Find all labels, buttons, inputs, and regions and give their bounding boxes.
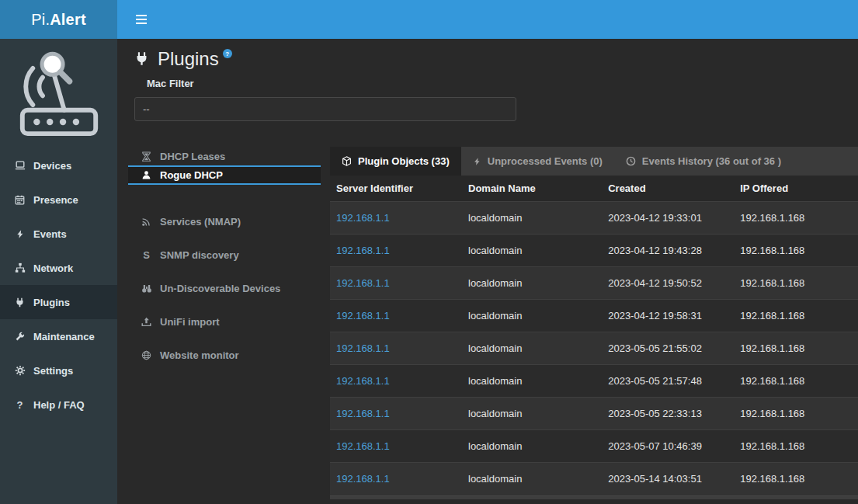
plugin-nav-item-website-monitor[interactable]: Website monitor bbox=[128, 339, 321, 372]
tab-unprocessed-events[interactable]: Unprocessed Events (0) bbox=[461, 147, 614, 176]
cell-domain-name: localdomain bbox=[462, 430, 602, 463]
sidebar-item-settings[interactable]: Settings bbox=[0, 353, 117, 388]
server-identifier-link[interactable]: 192.168.1.1 bbox=[336, 277, 390, 289]
plugin-panel: Plugin Objects (33) Unprocessed Events (… bbox=[330, 147, 858, 504]
cell-created: 2023-05-05 21:55:02 bbox=[602, 332, 734, 365]
page-header: Plugins ? bbox=[128, 47, 858, 71]
cell-ip-offered: 192.168.1.168 bbox=[734, 332, 858, 365]
table-row: 192.168.1.1 localdomain 2023-04-12 19:33… bbox=[330, 202, 858, 235]
plugin-nav-item-undiscoverable-devices[interactable]: Un-Discoverable Devices bbox=[128, 272, 321, 305]
plugin-objects-table: Server Identifier Domain Name Created IP… bbox=[330, 176, 858, 495]
cell-ip-offered: 192.168.1.168 bbox=[734, 398, 858, 430]
table-bottom-strip bbox=[330, 495, 858, 499]
table-row: 192.168.1.1 localdomain 2023-04-12 19:43… bbox=[330, 235, 858, 267]
server-identifier-link[interactable]: 192.168.1.1 bbox=[336, 375, 390, 387]
server-identifier-link[interactable]: 192.168.1.1 bbox=[336, 212, 390, 224]
tab-label: Unprocessed Events (0) bbox=[488, 155, 603, 167]
plugin-nav-label: DHCP Leases bbox=[160, 151, 225, 162]
cell-created: 2023-05-05 21:57:48 bbox=[602, 365, 734, 398]
tab-label: Events History (36 out of 36 ) bbox=[642, 155, 781, 167]
plugin-nav-item-dhcp-leases[interactable]: DHCP Leases bbox=[128, 147, 321, 167]
sidebar-item-label: Network bbox=[33, 262, 73, 274]
clock-icon bbox=[626, 156, 636, 166]
table-row: 192.168.1.1 localdomain 2023-04-12 19:50… bbox=[330, 267, 858, 300]
globe-icon bbox=[141, 350, 152, 360]
sidebar-item-devices[interactable]: Devices bbox=[0, 148, 117, 182]
plugin-nav-item-snmp-discovery[interactable]: S SNMP discovery bbox=[128, 238, 321, 272]
signal-icon bbox=[141, 217, 152, 227]
cell-created: 2023-05-05 22:33:13 bbox=[602, 398, 734, 430]
plugin-nav-label: Services (NMAP) bbox=[160, 216, 241, 228]
sidebar-item-plugins[interactable]: Plugins bbox=[0, 285, 117, 319]
cell-ip-offered: 192.168.1.168 bbox=[734, 430, 858, 463]
sidebar-item-label: Events bbox=[33, 228, 67, 240]
help-badge[interactable]: ? bbox=[223, 49, 232, 58]
letter-s-icon: S bbox=[141, 249, 152, 261]
upload-icon bbox=[141, 317, 152, 327]
devices-icon bbox=[13, 160, 26, 171]
mac-filter-label: Mac Filter bbox=[147, 78, 858, 89]
tab-label: Plugin Objects (33) bbox=[358, 155, 450, 167]
brand-logo[interactable]: Pi.Alert bbox=[0, 0, 117, 39]
column-header-domain-name[interactable]: Domain Name bbox=[462, 176, 602, 202]
tab-plugin-objects[interactable]: Plugin Objects (33) bbox=[330, 147, 461, 176]
brand-prefix: Pi. bbox=[31, 11, 50, 29]
network-sitemap-icon bbox=[13, 262, 26, 273]
plugin-nav-item-unifi-import[interactable]: UniFi import bbox=[128, 305, 321, 339]
server-identifier-link[interactable]: 192.168.1.1 bbox=[336, 408, 390, 419]
user-icon bbox=[141, 170, 152, 180]
tab-events-history[interactable]: Events History (36 out of 36 ) bbox=[614, 147, 793, 176]
server-identifier-link[interactable]: 192.168.1.1 bbox=[336, 310, 390, 322]
cell-ip-offered: 192.168.1.168 bbox=[734, 202, 858, 235]
server-identifier-link[interactable]: 192.168.1.1 bbox=[336, 473, 390, 485]
table-row: 192.168.1.1 localdomain 2023-05-05 21:57… bbox=[330, 365, 858, 398]
cell-domain-name: localdomain bbox=[462, 463, 602, 495]
plugin-nav-item-rogue-dhcp[interactable]: Rogue DHCP bbox=[128, 167, 321, 185]
cell-domain-name: localdomain bbox=[462, 332, 602, 365]
server-identifier-link[interactable]: 192.168.1.1 bbox=[336, 342, 390, 354]
hamburger-icon bbox=[135, 14, 148, 25]
pialert-logo bbox=[0, 39, 117, 148]
events-bolt-icon bbox=[13, 229, 26, 239]
cell-domain-name: localdomain bbox=[462, 267, 602, 300]
cell-created: 2023-04-12 19:43:28 bbox=[602, 235, 734, 267]
sidebar-item-label: Devices bbox=[33, 160, 71, 172]
table-row: 192.168.1.1 localdomain 2023-05-05 21:55… bbox=[330, 332, 858, 365]
sidebar-item-label: Maintenance bbox=[33, 331, 95, 342]
binoculars-icon bbox=[141, 283, 152, 294]
mac-filter: Mac Filter -- bbox=[128, 78, 858, 121]
mac-filter-select[interactable]: -- bbox=[134, 97, 516, 121]
main-content: Plugins ? Mac Filter -- DHCP Leases bbox=[117, 39, 858, 504]
column-header-created[interactable]: Created bbox=[602, 176, 734, 202]
cell-domain-name: localdomain bbox=[462, 398, 602, 430]
tabstrip: Plugin Objects (33) Unprocessed Events (… bbox=[330, 147, 858, 176]
column-header-ip-offered[interactable]: IP Offered bbox=[734, 176, 858, 202]
sidebar-item-help-faq[interactable]: ? Help / FAQ bbox=[0, 388, 117, 422]
sidebar-item-network[interactable]: Network bbox=[0, 251, 117, 285]
sidebar-toggle-button[interactable] bbox=[129, 8, 154, 31]
table-header-row: Server Identifier Domain Name Created IP… bbox=[330, 176, 858, 202]
cell-domain-name: localdomain bbox=[462, 365, 602, 398]
cell-ip-offered: 192.168.1.168 bbox=[734, 300, 858, 332]
plugin-nav-label: Rogue DHCP bbox=[160, 169, 223, 181]
server-identifier-link[interactable]: 192.168.1.1 bbox=[336, 440, 390, 452]
plugin-nav-label: Un-Discoverable Devices bbox=[160, 283, 280, 294]
cell-created: 2023-04-12 19:58:31 bbox=[602, 300, 734, 332]
cell-created: 2023-04-12 19:50:52 bbox=[602, 267, 734, 300]
server-identifier-link[interactable]: 192.168.1.1 bbox=[336, 245, 390, 256]
brand-bold: Alert bbox=[50, 11, 86, 29]
table-row: 192.168.1.1 localdomain 2023-05-05 22:33… bbox=[330, 398, 858, 430]
table-row: 192.168.1.1 localdomain 2023-05-14 14:03… bbox=[330, 463, 858, 495]
cell-created: 2023-04-12 19:33:01 bbox=[602, 202, 734, 235]
sidebar-item-label: Help / FAQ bbox=[33, 399, 85, 411]
sidebar-item-maintenance[interactable]: Maintenance bbox=[0, 319, 117, 353]
plugin-nav-label: Website monitor bbox=[160, 349, 239, 361]
plugin-nav-item-services-nmap[interactable]: Services (NMAP) bbox=[128, 205, 321, 238]
column-header-server-identifier[interactable]: Server Identifier bbox=[330, 176, 462, 202]
bolt-icon bbox=[473, 157, 481, 166]
plugin-nav-label: SNMP discovery bbox=[160, 249, 239, 261]
sidebar-item-events[interactable]: Events bbox=[0, 217, 117, 251]
table-row: 192.168.1.1 localdomain 2023-05-07 10:46… bbox=[330, 430, 858, 463]
sidebar-item-presence[interactable]: Presence bbox=[0, 182, 117, 217]
navbar bbox=[117, 0, 858, 39]
